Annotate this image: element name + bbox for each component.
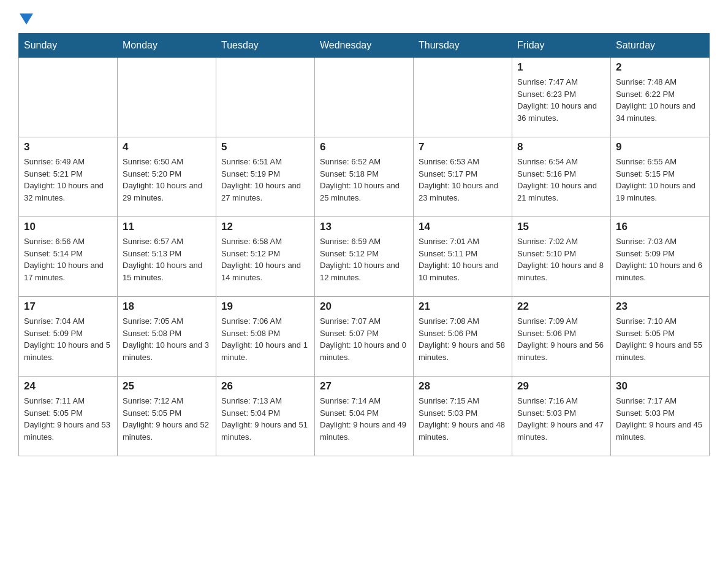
day-info: Sunrise: 6:56 AMSunset: 5:14 PMDaylight:… <box>24 236 112 283</box>
day-info: Sunrise: 6:53 AMSunset: 5:17 PMDaylight:… <box>419 156 507 204</box>
day-number: 11 <box>123 221 211 233</box>
calendar-cell: 4Sunrise: 6:50 AMSunset: 5:20 PMDaylight… <box>118 137 216 217</box>
day-info: Sunrise: 7:01 AMSunset: 5:11 PMDaylight:… <box>419 236 507 283</box>
day-number: 10 <box>24 221 112 233</box>
week-row-1: 1Sunrise: 7:47 AMSunset: 6:23 PMDaylight… <box>19 58 710 137</box>
calendar-cell: 22Sunrise: 7:09 AMSunset: 5:06 PMDayligh… <box>512 297 611 377</box>
day-number: 16 <box>616 221 704 233</box>
day-info: Sunrise: 7:14 AMSunset: 5:04 PMDaylight:… <box>320 395 408 443</box>
calendar-cell <box>118 58 216 137</box>
logo <box>18 12 33 27</box>
calendar-cell: 26Sunrise: 7:13 AMSunset: 5:04 PMDayligh… <box>216 377 315 456</box>
day-number: 26 <box>221 380 309 393</box>
day-info: Sunrise: 7:16 AMSunset: 5:03 PMDaylight:… <box>517 395 605 443</box>
day-number: 4 <box>123 141 211 153</box>
day-number: 12 <box>221 221 309 233</box>
calendar-cell: 7Sunrise: 6:53 AMSunset: 5:17 PMDaylight… <box>414 137 512 217</box>
header-day-monday: Monday <box>118 34 216 58</box>
header-day-wednesday: Wednesday <box>315 34 414 58</box>
day-number: 9 <box>616 141 704 153</box>
day-info: Sunrise: 6:58 AMSunset: 5:12 PMDaylight:… <box>221 236 309 283</box>
week-row-2: 3Sunrise: 6:49 AMSunset: 5:21 PMDaylight… <box>19 137 710 217</box>
day-info: Sunrise: 7:11 AMSunset: 5:05 PMDaylight:… <box>24 395 112 443</box>
day-info: Sunrise: 7:48 AMSunset: 6:22 PMDaylight:… <box>616 76 704 124</box>
day-info: Sunrise: 6:57 AMSunset: 5:13 PMDaylight:… <box>123 236 211 283</box>
day-number: 2 <box>616 61 704 74</box>
calendar-cell: 9Sunrise: 6:55 AMSunset: 5:15 PMDaylight… <box>611 137 710 217</box>
page-header <box>18 12 710 27</box>
calendar-cell: 28Sunrise: 7:15 AMSunset: 5:03 PMDayligh… <box>414 377 512 456</box>
calendar-cell <box>315 58 414 137</box>
day-info: Sunrise: 7:02 AMSunset: 5:10 PMDaylight:… <box>517 236 605 283</box>
day-number: 7 <box>419 141 507 153</box>
day-info: Sunrise: 7:17 AMSunset: 5:03 PMDaylight:… <box>616 395 704 443</box>
day-info: Sunrise: 7:09 AMSunset: 5:06 PMDaylight:… <box>517 315 605 363</box>
day-number: 19 <box>221 301 309 313</box>
calendar-cell: 17Sunrise: 7:04 AMSunset: 5:09 PMDayligh… <box>19 297 118 377</box>
calendar-cell <box>19 58 118 137</box>
day-info: Sunrise: 7:07 AMSunset: 5:07 PMDaylight:… <box>320 315 408 363</box>
day-number: 24 <box>24 380 112 393</box>
calendar-cell: 5Sunrise: 6:51 AMSunset: 5:19 PMDaylight… <box>216 137 315 217</box>
calendar-cell: 16Sunrise: 7:03 AMSunset: 5:09 PMDayligh… <box>611 217 710 297</box>
week-row-3: 10Sunrise: 6:56 AMSunset: 5:14 PMDayligh… <box>19 217 710 297</box>
header-day-sunday: Sunday <box>19 34 118 58</box>
calendar-cell: 11Sunrise: 6:57 AMSunset: 5:13 PMDayligh… <box>118 217 216 297</box>
day-info: Sunrise: 6:52 AMSunset: 5:18 PMDaylight:… <box>320 156 408 204</box>
day-info: Sunrise: 6:49 AMSunset: 5:21 PMDaylight:… <box>24 156 112 204</box>
calendar-cell: 21Sunrise: 7:08 AMSunset: 5:06 PMDayligh… <box>414 297 512 377</box>
calendar-cell: 20Sunrise: 7:07 AMSunset: 5:07 PMDayligh… <box>315 297 414 377</box>
logo-triangle-icon <box>20 13 33 27</box>
week-row-4: 17Sunrise: 7:04 AMSunset: 5:09 PMDayligh… <box>19 297 710 377</box>
calendar-cell: 10Sunrise: 6:56 AMSunset: 5:14 PMDayligh… <box>19 217 118 297</box>
day-number: 8 <box>517 141 605 153</box>
day-info: Sunrise: 7:04 AMSunset: 5:09 PMDaylight:… <box>24 315 112 363</box>
calendar-cell: 14Sunrise: 7:01 AMSunset: 5:11 PMDayligh… <box>414 217 512 297</box>
calendar-cell: 8Sunrise: 6:54 AMSunset: 5:16 PMDaylight… <box>512 137 611 217</box>
day-number: 28 <box>419 380 507 393</box>
day-info: Sunrise: 6:59 AMSunset: 5:12 PMDaylight:… <box>320 236 408 283</box>
day-number: 20 <box>320 301 408 313</box>
calendar-cell: 29Sunrise: 7:16 AMSunset: 5:03 PMDayligh… <box>512 377 611 456</box>
calendar-cell: 30Sunrise: 7:17 AMSunset: 5:03 PMDayligh… <box>611 377 710 456</box>
day-number: 6 <box>320 141 408 153</box>
svg-marker-0 <box>20 13 33 25</box>
day-number: 14 <box>419 221 507 233</box>
header-day-friday: Friday <box>512 34 611 58</box>
calendar-cell: 27Sunrise: 7:14 AMSunset: 5:04 PMDayligh… <box>315 377 414 456</box>
day-number: 21 <box>419 301 507 313</box>
calendar-cell: 23Sunrise: 7:10 AMSunset: 5:05 PMDayligh… <box>611 297 710 377</box>
day-number: 22 <box>517 301 605 313</box>
calendar-header: SundayMondayTuesdayWednesdayThursdayFrid… <box>19 34 710 58</box>
day-info: Sunrise: 7:15 AMSunset: 5:03 PMDaylight:… <box>419 395 507 443</box>
calendar-cell: 12Sunrise: 6:58 AMSunset: 5:12 PMDayligh… <box>216 217 315 297</box>
day-number: 23 <box>616 301 704 313</box>
day-info: Sunrise: 6:51 AMSunset: 5:19 PMDaylight:… <box>221 156 309 204</box>
day-info: Sunrise: 6:50 AMSunset: 5:20 PMDaylight:… <box>123 156 211 204</box>
day-info: Sunrise: 7:06 AMSunset: 5:08 PMDaylight:… <box>221 315 309 363</box>
day-number: 25 <box>123 380 211 393</box>
day-info: Sunrise: 6:55 AMSunset: 5:15 PMDaylight:… <box>616 156 704 204</box>
calendar-cell: 3Sunrise: 6:49 AMSunset: 5:21 PMDaylight… <box>19 137 118 217</box>
calendar-cell: 15Sunrise: 7:02 AMSunset: 5:10 PMDayligh… <box>512 217 611 297</box>
day-number: 17 <box>24 301 112 313</box>
day-number: 1 <box>517 61 605 74</box>
day-number: 29 <box>517 380 605 393</box>
calendar-cell: 13Sunrise: 6:59 AMSunset: 5:12 PMDayligh… <box>315 217 414 297</box>
day-info: Sunrise: 7:03 AMSunset: 5:09 PMDaylight:… <box>616 236 704 283</box>
day-number: 30 <box>616 380 704 393</box>
day-info: Sunrise: 7:10 AMSunset: 5:05 PMDaylight:… <box>616 315 704 363</box>
header-day-saturday: Saturday <box>611 34 710 58</box>
week-row-5: 24Sunrise: 7:11 AMSunset: 5:05 PMDayligh… <box>19 377 710 456</box>
calendar-cell: 18Sunrise: 7:05 AMSunset: 5:08 PMDayligh… <box>118 297 216 377</box>
day-info: Sunrise: 7:47 AMSunset: 6:23 PMDaylight:… <box>517 76 605 124</box>
day-info: Sunrise: 7:13 AMSunset: 5:04 PMDaylight:… <box>221 395 309 443</box>
day-number: 27 <box>320 380 408 393</box>
day-info: Sunrise: 6:54 AMSunset: 5:16 PMDaylight:… <box>517 156 605 204</box>
calendar-cell <box>216 58 315 137</box>
calendar-cell: 19Sunrise: 7:06 AMSunset: 5:08 PMDayligh… <box>216 297 315 377</box>
calendar-table: SundayMondayTuesdayWednesdayThursdayFrid… <box>18 33 710 456</box>
calendar-cell: 2Sunrise: 7:48 AMSunset: 6:22 PMDaylight… <box>611 58 710 137</box>
day-number: 18 <box>123 301 211 313</box>
calendar-cell: 25Sunrise: 7:12 AMSunset: 5:05 PMDayligh… <box>118 377 216 456</box>
